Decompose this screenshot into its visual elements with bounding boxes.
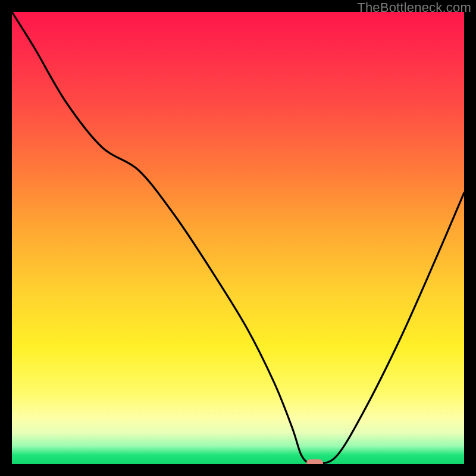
bottleneck-curve-path [12, 12, 464, 464]
chart-canvas: TheBottleneck.com [0, 0, 476, 476]
plot-area [12, 12, 464, 464]
minimum-marker [306, 459, 323, 464]
curve-layer [12, 12, 464, 464]
